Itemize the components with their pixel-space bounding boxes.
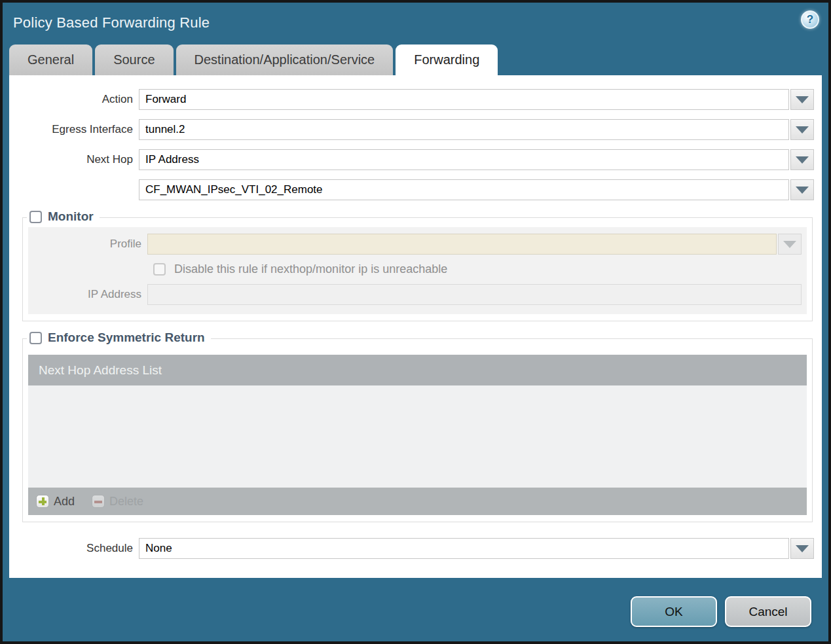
- chevron-down-icon: [796, 187, 809, 194]
- cancel-button[interactable]: Cancel: [725, 596, 811, 627]
- next-hop-address-row: [9, 179, 814, 200]
- chevron-down-icon: [796, 96, 809, 103]
- disable-rule-checkbox: [153, 263, 166, 276]
- next-hop-row: Next Hop: [9, 149, 814, 170]
- egress-interface-row: Egress Interface: [9, 119, 814, 140]
- tab-general[interactable]: General: [9, 45, 92, 75]
- add-button[interactable]: Add: [36, 495, 75, 509]
- next-hop-type-select[interactable]: [139, 149, 789, 170]
- chevron-down-icon: [796, 156, 809, 164]
- next-hop-address-select[interactable]: [139, 179, 789, 200]
- dialog-footer: OK Cancel: [3, 578, 828, 627]
- monitor-legend-label: Monitor: [48, 209, 94, 224]
- monitor-group: Monitor Profile Disable this rule if nex…: [22, 217, 813, 321]
- next-hop-address-list-body: [28, 385, 807, 488]
- tab-destination-application-service[interactable]: Destination/Application/Service: [176, 45, 394, 75]
- ok-button[interactable]: OK: [631, 596, 717, 627]
- add-button-label: Add: [54, 495, 75, 509]
- minus-icon: [92, 495, 105, 508]
- next-hop-label: Next Hop: [9, 153, 139, 166]
- enforce-symmetric-return-legend: Enforce Symmetric Return: [27, 331, 211, 345]
- egress-interface-label: Egress Interface: [9, 123, 139, 136]
- disable-rule-row: Disable this rule if nexthop/monitor ip …: [153, 262, 802, 276]
- tab-bar: General Source Destination/Application/S…: [3, 43, 828, 75]
- chevron-down-icon: [796, 545, 809, 552]
- monitor-panel: Profile Disable this rule if nexthop/mon…: [28, 227, 807, 314]
- dialog-title: Policy Based Forwarding Rule: [13, 14, 210, 31]
- egress-interface-select[interactable]: [139, 119, 789, 140]
- enforce-symmetric-return-checkbox[interactable]: [29, 332, 42, 344]
- plus-icon: [36, 495, 49, 508]
- monitor-ip-address-label: IP Address: [28, 288, 147, 301]
- delete-button-label: Delete: [109, 495, 143, 509]
- help-icon[interactable]: ?: [801, 10, 819, 29]
- action-dropdown-button[interactable]: [790, 89, 814, 110]
- action-label: Action: [9, 93, 139, 106]
- action-select[interactable]: [139, 89, 789, 110]
- schedule-row: Schedule: [9, 538, 814, 559]
- tab-forwarding[interactable]: Forwarding: [396, 45, 498, 75]
- next-hop-address-list-header: Next Hop Address List: [28, 355, 807, 385]
- pbf-rule-dialog: Policy Based Forwarding Rule ? General S…: [0, 0, 831, 644]
- egress-interface-dropdown-button[interactable]: [790, 119, 814, 140]
- monitor-ip-address-row: IP Address: [28, 284, 802, 305]
- monitor-checkbox[interactable]: [29, 211, 42, 223]
- schedule-label: Schedule: [9, 542, 139, 555]
- tab-source[interactable]: Source: [95, 45, 173, 75]
- profile-select: [147, 234, 777, 255]
- delete-button: Delete: [92, 495, 143, 509]
- monitor-legend: Monitor: [27, 209, 100, 224]
- disable-rule-label: Disable this rule if nexthop/monitor ip …: [174, 262, 447, 276]
- next-hop-type-dropdown-button[interactable]: [790, 149, 814, 170]
- schedule-dropdown-button[interactable]: [790, 538, 814, 559]
- monitor-ip-address-input: [147, 284, 802, 305]
- next-hop-address-list-toolbar: Add Delete: [28, 488, 807, 515]
- dialog-titlebar: Policy Based Forwarding Rule ?: [3, 3, 828, 43]
- chevron-down-icon: [783, 241, 796, 248]
- chevron-down-icon: [796, 126, 809, 134]
- profile-dropdown-button: [778, 234, 802, 255]
- enforce-symmetric-return-legend-label: Enforce Symmetric Return: [48, 331, 205, 345]
- action-row: Action: [9, 89, 814, 110]
- next-hop-address-dropdown-button[interactable]: [790, 179, 814, 200]
- schedule-select[interactable]: [139, 538, 789, 559]
- profile-row: Profile: [28, 234, 802, 255]
- enforce-symmetric-return-group: Enforce Symmetric Return Next Hop Addres…: [22, 338, 813, 522]
- tab-panel-forwarding: Action Egress Interface Next Hop: [9, 75, 822, 578]
- next-hop-address-list-table: Next Hop Address List Add Delete: [28, 355, 807, 515]
- profile-label: Profile: [28, 238, 147, 251]
